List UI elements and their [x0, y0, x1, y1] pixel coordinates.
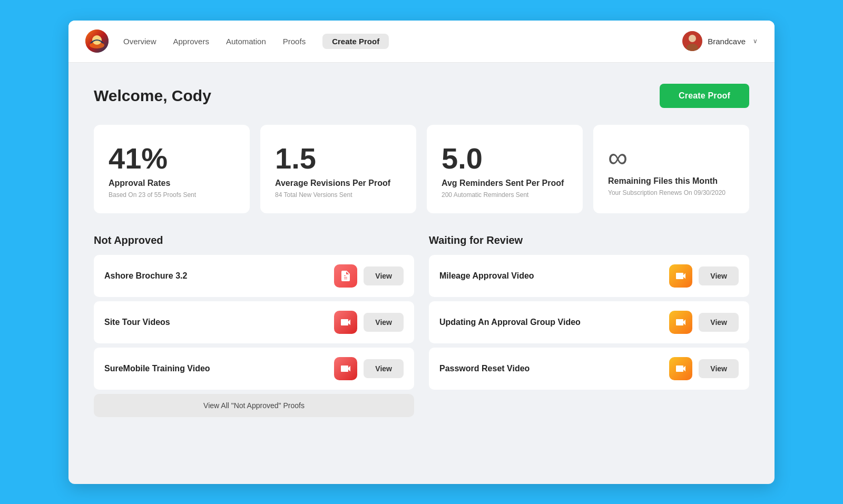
- waiting-review-title: Waiting for Review: [429, 234, 749, 246]
- nav-create-proof[interactable]: Create Proof: [322, 34, 389, 49]
- main-content: Welcome, Cody Create Proof 41% Approval …: [68, 63, 775, 438]
- proof-type-icon: [334, 264, 357, 288]
- proof-actions: View: [334, 264, 404, 288]
- chevron-down-icon: ∨: [753, 37, 758, 45]
- page-header: Welcome, Cody Create Proof: [94, 84, 749, 108]
- stat-card-revisions: 1.5 Average Revisions Per Proof 84 Total…: [260, 125, 416, 213]
- stat-value-files: ∞: [608, 144, 628, 171]
- waiting-review-section: Waiting for Review Mileage Approval Vide…: [429, 234, 749, 417]
- list-item: Ashore Brochure 3.2 View: [94, 255, 414, 297]
- proof-name: Updating An Approval Group Video: [439, 318, 669, 327]
- proof-type-icon: [669, 264, 692, 288]
- not-approved-list: Ashore Brochure 3.2 View Site Tour Video…: [94, 255, 414, 390]
- page-title: Welcome, Cody: [94, 87, 211, 105]
- stat-label-reminders: Avg Reminders Sent Per Proof: [442, 179, 564, 188]
- stats-row: 41% Approval Rates Based On 23 of 55 Pro…: [94, 125, 749, 213]
- nav-overview[interactable]: Overview: [123, 34, 156, 49]
- view-proof-button[interactable]: View: [699, 359, 739, 378]
- svg-point-4: [689, 35, 696, 42]
- proof-name: Site Tour Videos: [104, 318, 334, 327]
- proof-type-icon: [669, 311, 692, 334]
- proof-name: Password Reset Video: [439, 364, 669, 373]
- list-item: Site Tour Videos View: [94, 301, 414, 343]
- view-proof-button[interactable]: View: [364, 313, 404, 332]
- navbar: Overview Approvers Automation Proofs Cre…: [68, 21, 775, 63]
- list-item: SureMobile Training Video View: [94, 348, 414, 390]
- stat-sub-files: Your Subscription Renews On 09/30/2020: [608, 189, 726, 196]
- stat-card-files: ∞ Remaining Files this Month Your Subscr…: [593, 125, 749, 213]
- user-menu[interactable]: Brandcave ∨: [682, 31, 758, 51]
- proofs-row: Not Approved Ashore Brochure 3.2 View Si…: [94, 234, 749, 417]
- proof-name: SureMobile Training Video: [104, 364, 334, 373]
- proof-name: Mileage Approval Video: [439, 271, 669, 281]
- stat-sub-approval: Based On 23 of 55 Proofs Sent: [109, 191, 196, 199]
- waiting-review-list: Mileage Approval Video View Updating An …: [429, 255, 749, 390]
- stat-card-reminders: 5.0 Avg Reminders Sent Per Proof 200 Aut…: [427, 125, 583, 213]
- stat-label-files: Remaining Files this Month: [608, 176, 718, 186]
- proof-type-icon: [334, 357, 357, 380]
- view-proof-button[interactable]: View: [699, 266, 739, 285]
- stat-value-reminders: 5.0: [442, 144, 483, 173]
- not-approved-section: Not Approved Ashore Brochure 3.2 View Si…: [94, 234, 414, 417]
- create-proof-button[interactable]: Create Proof: [660, 84, 749, 108]
- proof-name: Ashore Brochure 3.2: [104, 271, 334, 281]
- app-logo[interactable]: [85, 29, 109, 53]
- nav-links: Overview Approvers Automation Proofs Cre…: [123, 34, 682, 49]
- list-item: Mileage Approval Video View: [429, 255, 749, 297]
- stat-sub-revisions: 84 Total New Versions Sent: [275, 191, 352, 199]
- app-window: Overview Approvers Automation Proofs Cre…: [68, 21, 775, 484]
- list-item: Updating An Approval Group Video View: [429, 301, 749, 343]
- nav-proofs[interactable]: Proofs: [283, 34, 306, 49]
- user-name: Brandcave: [708, 37, 746, 46]
- user-avatar: [682, 31, 702, 51]
- list-item: Password Reset Video View: [429, 348, 749, 390]
- proof-actions: View: [334, 357, 404, 380]
- nav-automation[interactable]: Automation: [226, 34, 266, 49]
- view-proof-button[interactable]: View: [699, 313, 739, 332]
- view-all-not-approved-button[interactable]: View All "Not Approved" Proofs: [94, 394, 414, 417]
- proof-actions: View: [669, 357, 739, 380]
- proof-type-icon: [334, 311, 357, 334]
- stat-value-approval: 41%: [109, 144, 168, 173]
- stat-label-approval: Approval Rates: [109, 179, 170, 188]
- proof-actions: View: [334, 311, 404, 334]
- nav-approvers[interactable]: Approvers: [173, 34, 209, 49]
- proof-type-icon: [669, 357, 692, 380]
- view-proof-button[interactable]: View: [364, 359, 404, 378]
- view-proof-button[interactable]: View: [364, 266, 404, 285]
- stat-value-revisions: 1.5: [275, 144, 316, 173]
- stat-label-revisions: Average Revisions Per Proof: [275, 179, 390, 188]
- proof-actions: View: [669, 264, 739, 288]
- stat-sub-reminders: 200 Automatic Reminders Sent: [442, 191, 528, 199]
- not-approved-title: Not Approved: [94, 234, 414, 246]
- proof-actions: View: [669, 311, 739, 334]
- stat-card-approval: 41% Approval Rates Based On 23 of 55 Pro…: [94, 125, 250, 213]
